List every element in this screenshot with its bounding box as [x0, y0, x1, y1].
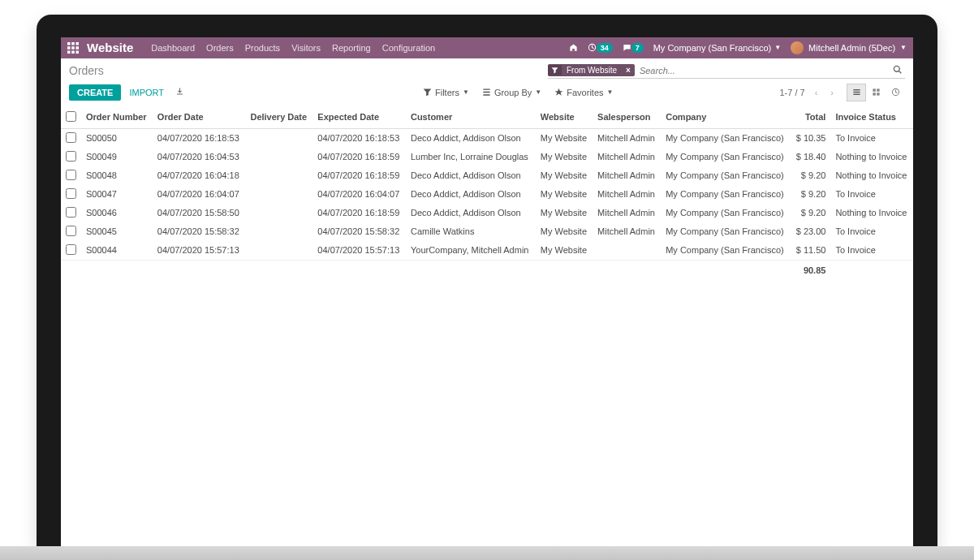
cell-website: My Website: [536, 204, 593, 222]
cp-right: 1-7 / 7 ‹ ›: [779, 84, 905, 101]
top-navbar: Website Dashboard Orders Products Visito…: [61, 37, 913, 58]
footer-total: 90.85: [791, 260, 830, 280]
cell-delivery-date: [245, 185, 312, 204]
svg-rect-11: [853, 89, 860, 90]
nav-dashboard[interactable]: Dashboard: [151, 43, 195, 53]
cell-company: My Company (San Francisco): [661, 185, 791, 204]
breadcrumb: Orders: [69, 64, 104, 77]
apps-icon[interactable]: [67, 42, 79, 54]
orders-table-wrap: Order Number Order Date Delivery Date Ex…: [61, 106, 913, 280]
download-icon[interactable]: [172, 84, 187, 101]
col-company[interactable]: Company: [661, 106, 791, 129]
pager-prev[interactable]: ‹: [812, 88, 821, 97]
cell-expected-date: 04/07/2020 15:58:32: [312, 222, 406, 241]
nav-configuration[interactable]: Configuration: [382, 43, 435, 53]
col-salesperson[interactable]: Salesperson: [593, 106, 661, 129]
cell-order-number: S00049: [81, 148, 153, 166]
cell-salesperson: Mitchell Admin: [593, 148, 661, 166]
svg-rect-17: [877, 93, 879, 95]
app-brand[interactable]: Website: [87, 41, 133, 54]
cell-expected-date: 04/07/2020 16:04:07: [312, 185, 406, 204]
company-switcher[interactable]: My Company (San Francisco) ▼: [653, 43, 781, 53]
row-checkbox[interactable]: [66, 170, 76, 180]
cell-expected-date: 04/07/2020 16:18:53: [312, 128, 406, 148]
table-row[interactable]: S00044 04/07/2020 15:57:13 04/07/2020 15…: [61, 241, 913, 261]
row-checkbox[interactable]: [66, 188, 76, 199]
svg-rect-3: [67, 46, 71, 50]
cell-expected-date: 04/07/2020 16:18:59: [312, 204, 406, 222]
table-row[interactable]: S00048 04/07/2020 16:04:18 04/07/2020 16…: [61, 166, 913, 185]
activity-icon[interactable]: 34: [588, 43, 613, 53]
nav-orders[interactable]: Orders: [206, 43, 234, 53]
col-order-date[interactable]: Order Date: [153, 106, 246, 129]
table-row[interactable]: S00046 04/07/2020 15:58:50 04/07/2020 16…: [61, 204, 913, 222]
favorites-dropdown[interactable]: Favorites ▼: [554, 88, 613, 97]
cell-delivery-date: [245, 166, 312, 185]
nav-menu: Dashboard Orders Products Visitors Repor…: [151, 43, 435, 53]
svg-rect-6: [67, 50, 71, 54]
table-row[interactable]: S00049 04/07/2020 16:04:53 04/07/2020 16…: [61, 148, 913, 166]
chat-icon[interactable]: 7: [623, 43, 644, 53]
cell-order-date: 04/07/2020 16:04:53: [153, 148, 246, 166]
pager-next[interactable]: ›: [827, 88, 837, 97]
col-website[interactable]: Website: [536, 106, 593, 129]
row-checkbox[interactable]: [66, 226, 76, 236]
cell-order-number: S00044: [81, 241, 153, 261]
svg-rect-0: [67, 42, 71, 45]
activity-view-button[interactable]: [886, 84, 905, 101]
favorites-label: Favorites: [567, 88, 603, 97]
user-menu[interactable]: Mitchell Admin (5Dec) ▼: [791, 41, 907, 54]
cell-expected-date: 04/07/2020 16:18:59: [312, 148, 406, 166]
table-row[interactable]: S00047 04/07/2020 16:04:07 04/07/2020 16…: [61, 185, 913, 204]
search-bar[interactable]: From Website ×: [548, 63, 905, 79]
orders-table: Order Number Order Date Delivery Date Ex…: [61, 106, 913, 280]
groupby-dropdown[interactable]: Group By ▼: [482, 88, 541, 97]
table-row[interactable]: S00045 04/07/2020 15:58:32 04/07/2020 15…: [61, 222, 913, 241]
filters-dropdown[interactable]: Filters ▼: [423, 88, 469, 97]
col-order-number[interactable]: Order Number: [81, 106, 153, 129]
svg-rect-5: [76, 46, 80, 50]
cell-delivery-date: [245, 204, 312, 222]
cell-customer: YourCompany, Mitchell Admin: [406, 241, 536, 261]
search-input[interactable]: [635, 63, 890, 78]
row-checkbox[interactable]: [66, 151, 76, 162]
nav-right: 34 7 My Company (San Francisco) ▼ Mitche…: [569, 41, 907, 54]
cell-invoice-status: Nothing to Invoice: [830, 166, 913, 185]
cell-invoice-status: To Invoice: [830, 185, 913, 204]
cell-expected-date: 04/07/2020 15:57:13: [312, 241, 406, 261]
cell-customer: Deco Addict, Addison Olson: [406, 204, 536, 222]
cell-website: My Website: [536, 166, 593, 185]
cell-delivery-date: [245, 241, 312, 261]
row-checkbox[interactable]: [66, 132, 76, 143]
user-name: Mitchell Admin (5Dec): [808, 43, 895, 53]
cell-salesperson: Mitchell Admin: [593, 222, 661, 241]
filters-label: Filters: [435, 88, 459, 97]
import-button[interactable]: IMPORT: [121, 84, 172, 101]
filter-icon: [548, 65, 562, 75]
facet-remove[interactable]: ×: [622, 64, 635, 76]
col-delivery-date[interactable]: Delivery Date: [245, 106, 312, 129]
nav-reporting[interactable]: Reporting: [332, 43, 371, 53]
cell-customer: Deco Addict, Addison Olson: [406, 185, 536, 204]
select-all-checkbox[interactable]: [66, 111, 76, 122]
col-expected-date[interactable]: Expected Date: [312, 106, 406, 129]
col-total[interactable]: Total: [791, 106, 830, 129]
home-icon[interactable]: [569, 43, 578, 52]
nav-visitors[interactable]: Visitors: [291, 43, 321, 53]
row-checkbox[interactable]: [66, 207, 76, 218]
col-invoice-status[interactable]: Invoice Status: [830, 106, 913, 129]
row-checkbox[interactable]: [66, 244, 76, 255]
table-row[interactable]: S00050 04/07/2020 16:18:53 04/07/2020 16…: [61, 128, 913, 148]
view-switcher: [847, 84, 905, 101]
kanban-view-button[interactable]: [866, 84, 886, 101]
cell-invoice-status: To Invoice: [830, 222, 913, 241]
cell-salesperson: Mitchell Admin: [593, 128, 661, 148]
cell-customer: Lumber Inc, Lorraine Douglas: [406, 148, 536, 166]
col-customer[interactable]: Customer: [406, 106, 536, 129]
groupby-label: Group By: [494, 88, 532, 97]
nav-products[interactable]: Products: [245, 43, 280, 53]
cell-invoice-status: To Invoice: [830, 241, 913, 261]
list-view-button[interactable]: [847, 84, 866, 101]
create-button[interactable]: CREATE: [69, 84, 121, 101]
search-icon[interactable]: [890, 65, 905, 75]
